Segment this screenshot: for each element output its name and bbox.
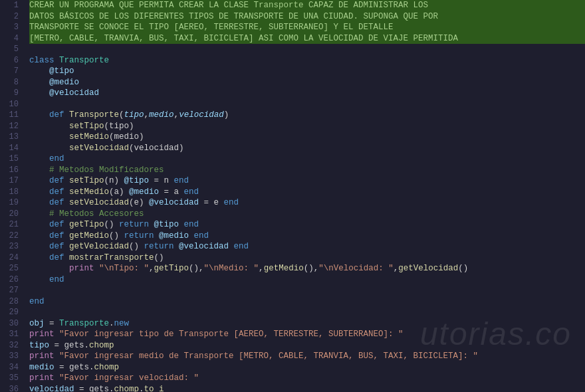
line-number: 6 — [5, 55, 19, 66]
line-number: 15 — [5, 153, 19, 165]
code-line: def getVelocidad() return @velocidad end — [29, 241, 585, 252]
code-line: def Transporte(tipo,medio,velocidad) — [29, 110, 585, 121]
code-line: @velocidad — [29, 88, 585, 99]
line-number: 30 — [5, 318, 19, 330]
line-number: 33 — [5, 351, 19, 362]
line-number: 22 — [5, 231, 19, 242]
code-line: def getMedio() return @medio end — [29, 231, 585, 242]
line-number: 18 — [5, 187, 19, 198]
line-number: 4 — [5, 33, 19, 45]
line-number: 26 — [5, 274, 19, 286]
code-editor: 1234567891011121314151617181920212223242… — [0, 0, 585, 392]
line-number: 8 — [5, 77, 19, 88]
code-line: setMedio(medio) — [29, 132, 585, 143]
line-number: 19 — [5, 197, 19, 209]
code-line: print "Favor ingresar tipo de Transporte… — [29, 329, 585, 340]
line-number: 11 — [5, 110, 19, 121]
code-line — [29, 285, 585, 296]
code-line: setVelocidad(velocidad) — [29, 143, 585, 154]
line-number: 14 — [5, 143, 19, 154]
line-number: 5 — [5, 44, 19, 55]
code-line: TRANSPORTE SE CONOCE EL TIPO [AEREO, TER… — [29, 22, 585, 33]
code-line — [29, 307, 585, 318]
line-number: 35 — [5, 373, 19, 384]
line-number: 2 — [5, 11, 19, 23]
code-line: end — [29, 274, 585, 286]
line-number: 20 — [5, 209, 19, 220]
code-line: CREAR UN PROGRAMA QUE PERMITA CREAR LA C… — [29, 0, 585, 11]
line-number: 7 — [5, 66, 19, 77]
line-number: 31 — [5, 329, 19, 340]
line-number: 1 — [5, 0, 19, 11]
line-number: 36 — [5, 384, 19, 393]
code-line: tipo = gets.chomp — [29, 340, 585, 351]
line-number: 27 — [5, 285, 19, 296]
code-line: DATOS BÁSICOS DE LOS DIFERENTES TIPOS DE… — [29, 11, 585, 23]
line-number: 10 — [5, 99, 19, 110]
code-line: [METRO, CABLE, TRANVIA, BUS, TAXI, BICIC… — [29, 33, 585, 45]
code-line: def getTipo() return @tipo end — [29, 219, 585, 231]
line-number: 24 — [5, 252, 19, 264]
code-line: print "\nTipo: ",getTipo(),"\nMedio: ",g… — [29, 263, 585, 274]
line-number: 12 — [5, 121, 19, 132]
code-line: def setMedio(a) @medio = a end — [29, 187, 585, 198]
line-number: 17 — [5, 175, 19, 187]
line-number: 29 — [5, 307, 19, 318]
code-line: print "Favor ingresar velocidad: " — [29, 373, 585, 384]
code-line: end — [29, 296, 585, 308]
line-number: 23 — [5, 241, 19, 252]
line-number: 34 — [5, 362, 19, 373]
line-number: 32 — [5, 340, 19, 351]
line-number: 16 — [5, 165, 19, 176]
line-number: 21 — [5, 219, 19, 231]
line-number: 25 — [5, 263, 19, 274]
line-number: 28 — [5, 296, 19, 308]
code-line: def setVelocidad(e) @velocidad = e end — [29, 197, 585, 209]
code-line — [29, 44, 585, 55]
line-number: 13 — [5, 132, 19, 143]
code-line: def setTipo(n) @tipo = n end — [29, 175, 585, 187]
line-numbers: 1234567891011121314151617181920212223242… — [0, 0, 24, 392]
code-line — [29, 99, 585, 110]
code-line: medio = gets.chomp — [29, 362, 585, 373]
code-line: print "Favor ingresar medio de Transport… — [29, 351, 585, 362]
line-number: 3 — [5, 22, 19, 33]
line-number: 9 — [5, 88, 19, 99]
code-line: obj = Transporte.new — [29, 318, 585, 330]
code-line: setTipo(tipo) — [29, 121, 585, 132]
code-line: # Metodos Modificadores — [29, 165, 585, 176]
code-line: @medio — [29, 77, 585, 88]
code-line: velocidad = gets.chomp.to_i — [29, 384, 585, 393]
code-content[interactable]: CREAR UN PROGRAMA QUE PERMITA CREAR LA C… — [24, 0, 585, 392]
code-line: # Metodos Accesores — [29, 209, 585, 220]
code-line: class Transporte — [29, 55, 585, 66]
code-line: def mostrarTransporte() — [29, 252, 585, 264]
code-line: @tipo — [29, 66, 585, 77]
code-line: end — [29, 153, 585, 165]
